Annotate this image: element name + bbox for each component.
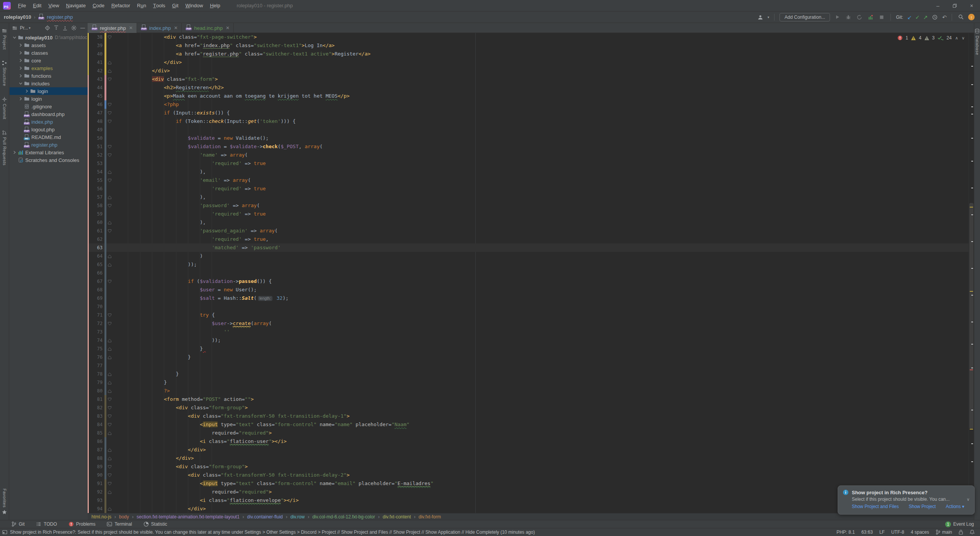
close-button[interactable]: ×: [963, 0, 980, 11]
breadcrumb-div-container-fluid[interactable]: div.container-fluid: [247, 514, 283, 520]
line-number[interactable]: 71: [89, 312, 104, 318]
fold-end-icon[interactable]: [106, 170, 113, 174]
chevron-right-icon[interactable]: [18, 97, 23, 101]
line-number[interactable]: 73: [89, 329, 104, 335]
code-line-60[interactable]: 60 ),: [88, 218, 969, 227]
tool-window-toggle-icon[interactable]: [2, 530, 7, 534]
code-line-53[interactable]: 53 'required' => true: [88, 159, 969, 168]
code-line-88[interactable]: 88 </div>: [88, 454, 969, 462]
code-line-86[interactable]: 86 <i class="flaticon-user"></i>: [88, 437, 969, 446]
tab-register-php[interactable]: PHPregister.php✕: [88, 23, 137, 33]
fold-collapse-icon[interactable]: [106, 178, 113, 183]
code-line-83[interactable]: 83 <div class="fxt-transformY-50 fxt-tra…: [88, 412, 969, 420]
fold-collapse-icon[interactable]: [106, 153, 113, 157]
line-number[interactable]: 85: [89, 430, 104, 436]
breadcrumb-div-col-md-6-col-12-fxt-bg-color[interactable]: div.col-md-6.col-12.fxt-bg-color: [312, 514, 375, 520]
line-number[interactable]: 52: [89, 152, 104, 158]
add-configuration-button[interactable]: Add Configuration...: [779, 13, 830, 21]
stripe-item-structure[interactable]: Structure: [2, 60, 7, 86]
fold-collapse-icon[interactable]: [106, 111, 113, 115]
menu-code[interactable]: Code: [89, 0, 108, 11]
fold-end-icon[interactable]: [106, 221, 113, 225]
breadcrumb-div-row[interactable]: div.row: [290, 514, 305, 520]
fold-end-icon[interactable]: [106, 69, 113, 73]
line-number[interactable]: 69: [89, 296, 104, 301]
coverage-icon[interactable]: [867, 13, 874, 21]
line-number[interactable]: 45: [89, 93, 104, 99]
line-number[interactable]: 72: [89, 321, 104, 326]
stripe-item-database[interactable]: Database: [975, 28, 980, 55]
menu-view[interactable]: View: [45, 0, 62, 11]
code-line-90[interactable]: 90 <div class="fxt-transformY-50 fxt-tra…: [88, 471, 969, 479]
code-line-44[interactable]: 44 <h2>Registreren</h2>: [88, 83, 969, 92]
line-number[interactable]: 54: [89, 169, 104, 175]
tree-item-login[interactable]: login: [10, 87, 88, 95]
menu-edit[interactable]: Edit: [29, 0, 45, 11]
line-number[interactable]: 62: [89, 237, 104, 242]
search-icon[interactable]: [957, 13, 965, 21]
tab-index-php[interactable]: PHPindex.php✕: [137, 23, 182, 33]
editor-scrollbar[interactable]: [969, 33, 974, 513]
stripe-item-project[interactable]: Project: [2, 28, 7, 50]
tree-item-examples[interactable]: examples: [10, 64, 88, 72]
fold-collapse-icon[interactable]: [106, 204, 113, 208]
fold-collapse-icon[interactable]: [106, 322, 113, 326]
line-number[interactable]: 56: [89, 186, 104, 191]
stripe-item-pull-requests[interactable]: Pull Requests: [2, 130, 7, 165]
breadcrumb-section-fxt-template-animation-fxt-template-layout1[interactable]: section.fxt-template-animation.fxt-templ…: [137, 514, 240, 520]
line-number[interactable]: 49: [89, 127, 104, 132]
line-number[interactable]: 50: [89, 136, 104, 141]
minimize-button[interactable]: –: [929, 0, 946, 11]
line-number[interactable]: 70: [89, 304, 104, 309]
debug-icon[interactable]: [845, 13, 852, 21]
line-number[interactable]: 38: [89, 34, 104, 40]
fold-end-icon[interactable]: [106, 372, 113, 376]
code-line-89[interactable]: 89 <div class="form-group">: [88, 462, 969, 471]
code-line-41[interactable]: 41 </div>: [88, 58, 969, 67]
fold-end-icon[interactable]: [106, 195, 113, 199]
project-view-selector[interactable]: Pr...▾: [20, 25, 31, 31]
line-number[interactable]: 90: [89, 472, 104, 478]
line-number[interactable]: 67: [89, 279, 104, 284]
line-number[interactable]: 74: [89, 338, 104, 343]
fold-collapse-icon[interactable]: [106, 465, 113, 469]
fold-end-icon[interactable]: [106, 347, 113, 351]
line-number[interactable]: 44: [89, 85, 104, 90]
code-line-79[interactable]: 79 }: [88, 378, 969, 387]
status-message[interactable]: Show project in Rich Presence?: Select i…: [10, 529, 535, 535]
fold-collapse-icon[interactable]: [106, 473, 113, 477]
stripe-item-favorites[interactable]: Favorites: [2, 489, 7, 515]
line-number[interactable]: 77: [89, 363, 104, 368]
close-icon[interactable]: ✕: [226, 25, 230, 31]
tree-item-register-php[interactable]: PHPregister.php: [10, 141, 88, 149]
fold-collapse-icon[interactable]: [106, 482, 113, 486]
code-line-51[interactable]: 51 $validation = $validate->check($_POST…: [88, 142, 969, 151]
line-number[interactable]: 92: [89, 489, 104, 495]
line-ending[interactable]: LF: [879, 529, 885, 535]
readonly-lock-icon[interactable]: [959, 529, 963, 535]
close-icon[interactable]: ✕: [174, 25, 178, 31]
file-encoding[interactable]: UTF-8: [891, 529, 904, 535]
chevron-down-icon[interactable]: [12, 36, 17, 39]
line-number[interactable]: 89: [89, 464, 104, 469]
tree-item--gitignore[interactable]: .gitignore: [10, 103, 88, 110]
line-number[interactable]: 78: [89, 371, 104, 377]
line-number[interactable]: 93: [89, 498, 104, 503]
fold-collapse-icon[interactable]: [106, 414, 113, 418]
line-number[interactable]: 39: [89, 43, 104, 48]
code-line-87[interactable]: 87 </div>: [88, 446, 969, 454]
code-line-76[interactable]: 76 }: [88, 353, 969, 361]
code-line-66[interactable]: 66: [88, 269, 969, 277]
line-number[interactable]: 41: [89, 60, 104, 65]
fold-end-icon[interactable]: [106, 456, 113, 461]
fold-end-icon[interactable]: [106, 381, 113, 385]
line-number[interactable]: 82: [89, 405, 104, 410]
fold-end-icon[interactable]: [106, 431, 113, 435]
line-number[interactable]: 58: [89, 203, 104, 208]
settings-gear-icon[interactable]: [70, 25, 77, 31]
fold-end-icon[interactable]: [106, 490, 113, 494]
tree-item-logout-php[interactable]: PHPlogout.php: [10, 126, 88, 133]
code-line-77[interactable]: 77: [88, 361, 969, 370]
toolwindow-problems[interactable]: Problems: [68, 521, 96, 527]
line-number[interactable]: 75: [89, 346, 104, 351]
